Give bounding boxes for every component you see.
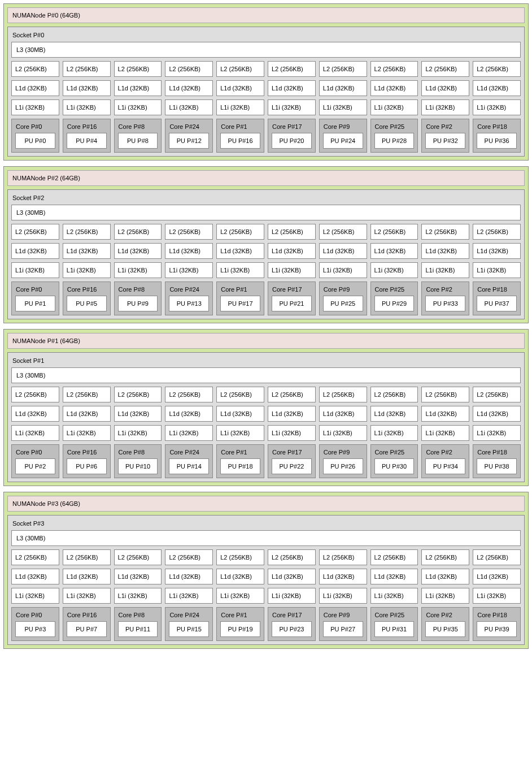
core-16: Core P#16PU P#6	[63, 444, 111, 478]
socket-label: Socket P#0	[11, 31, 521, 42]
l2-cache: L2 (256KB)	[473, 549, 521, 565]
core-label: Core P#9	[323, 611, 363, 621]
l1d-cache: L1d (32KB)	[421, 243, 469, 259]
l1d-cache: L1d (32KB)	[268, 406, 316, 422]
core-9: Core P#9PU P#27	[319, 607, 367, 641]
core-label: Core P#2	[425, 123, 465, 133]
pu-11: PU P#11	[118, 621, 158, 637]
pu-27: PU P#27	[323, 621, 363, 637]
pu-21: PU P#21	[272, 296, 312, 311]
pu-19: PU P#19	[220, 621, 260, 637]
l2-cache: L2 (256KB)	[370, 387, 418, 402]
core-label: Core P#25	[374, 123, 415, 133]
l1i-cache: L1i (32KB)	[421, 425, 469, 441]
core-17: Core P#17PU P#21	[268, 281, 316, 315]
core-18: Core P#18PU P#36	[473, 119, 521, 153]
core-label: Core P#8	[118, 123, 158, 133]
pu-3: PU P#3	[15, 621, 55, 637]
core-25: Core P#25PU P#28	[370, 119, 418, 153]
l2-cache: L2 (256KB)	[473, 224, 521, 240]
l1i-cache: L1i (32KB)	[63, 262, 111, 278]
pu-32: PU P#32	[425, 133, 465, 149]
core-17: Core P#17PU P#22	[268, 444, 316, 478]
l3-cache: L3 (30MB)	[11, 42, 521, 58]
core-label: Core P#16	[67, 123, 107, 133]
core-label: Core P#1	[220, 285, 260, 296]
l1d-row: L1d (32KB)L1d (32KB)L1d (32KB)L1d (32KB)…	[11, 243, 521, 259]
l2-cache: L2 (256KB)	[319, 549, 367, 565]
core-label: Core P#8	[118, 448, 158, 458]
l1i-row: L1i (32KB)L1i (32KB)L1i (32KB)L1i (32KB)…	[11, 262, 521, 278]
core-label: Core P#18	[477, 123, 517, 133]
l1i-cache: L1i (32KB)	[370, 99, 418, 115]
pu-4: PU P#4	[67, 133, 107, 149]
pu-36: PU P#36	[477, 133, 517, 149]
l2-cache: L2 (256KB)	[216, 387, 264, 402]
l2-cache: L2 (256KB)	[216, 61, 264, 77]
l1i-cache: L1i (32KB)	[268, 99, 316, 115]
l1i-cache: L1i (32KB)	[370, 262, 418, 278]
pu-14: PU P#14	[169, 458, 209, 474]
l2-cache: L2 (256KB)	[11, 224, 59, 240]
l1i-cache: L1i (32KB)	[216, 262, 264, 278]
l1i-cache: L1i (32KB)	[114, 262, 162, 278]
l2-cache: L2 (256KB)	[319, 224, 367, 240]
l3-cache: L3 (30MB)	[11, 205, 521, 220]
l1i-row: L1i (32KB)L1i (32KB)L1i (32KB)L1i (32KB)…	[11, 588, 521, 604]
l2-cache: L2 (256KB)	[165, 224, 213, 240]
l1d-cache: L1d (32KB)	[319, 80, 367, 96]
pu-5: PU P#5	[67, 296, 107, 311]
numa-node-0: NUMANode P#0 (64GB)Socket P#0L3 (30MB)L2…	[3, 3, 529, 161]
l2-cache: L2 (256KB)	[421, 224, 469, 240]
l1d-cache: L1d (32KB)	[319, 569, 367, 584]
numa-header: NUMANode P#0 (64GB)	[7, 7, 525, 23]
l1d-cache: L1d (32KB)	[11, 569, 59, 584]
core-24: Core P#24PU P#14	[165, 444, 213, 478]
l1d-cache: L1d (32KB)	[216, 80, 264, 96]
l1i-cache: L1i (32KB)	[319, 588, 367, 604]
numa-node-3: NUMANode P#3 (64GB)Socket P#3L3 (30MB)L2…	[3, 492, 529, 649]
core-8: Core P#8PU P#8	[114, 119, 162, 153]
l1d-row: L1d (32KB)L1d (32KB)L1d (32KB)L1d (32KB)…	[11, 569, 521, 584]
pu-24: PU P#24	[323, 133, 363, 149]
l2-cache: L2 (256KB)	[63, 387, 111, 402]
core-17: Core P#17PU P#23	[268, 607, 316, 641]
l1d-cache: L1d (32KB)	[63, 406, 111, 422]
l1i-cache: L1i (32KB)	[114, 425, 162, 441]
pu-30: PU P#30	[374, 458, 415, 474]
core-24: Core P#24PU P#12	[165, 119, 213, 153]
core-0: Core P#0PU P#2	[11, 444, 59, 478]
core-18: Core P#18PU P#38	[473, 444, 521, 478]
l1i-cache: L1i (32KB)	[421, 588, 469, 604]
l1i-cache: L1i (32KB)	[165, 588, 213, 604]
l2-cache: L2 (256KB)	[473, 387, 521, 402]
core-label: Core P#16	[67, 448, 107, 458]
socket-label: Socket P#3	[11, 519, 521, 530]
core-label: Core P#17	[272, 611, 312, 621]
l1i-cache: L1i (32KB)	[165, 425, 213, 441]
core-label: Core P#9	[323, 285, 363, 296]
l1i-cache: L1i (32KB)	[216, 99, 264, 115]
l2-cache: L2 (256KB)	[421, 387, 469, 402]
l1i-cache: L1i (32KB)	[165, 262, 213, 278]
core-1: Core P#1PU P#19	[216, 607, 264, 641]
core-label: Core P#24	[169, 285, 209, 296]
core-9: Core P#9PU P#25	[319, 281, 367, 315]
l2-row: L2 (256KB)L2 (256KB)L2 (256KB)L2 (256KB)…	[11, 61, 521, 77]
pu-18: PU P#18	[220, 458, 260, 474]
core-row: Core P#0PU P#2Core P#16PU P#6Core P#8PU …	[11, 444, 521, 478]
l2-cache: L2 (256KB)	[63, 224, 111, 240]
pu-31: PU P#31	[374, 621, 415, 637]
pu-34: PU P#34	[425, 458, 465, 474]
core-label: Core P#25	[374, 285, 415, 296]
core-1: Core P#1PU P#18	[216, 444, 264, 478]
l1i-cache: L1i (32KB)	[11, 425, 59, 441]
pu-26: PU P#26	[323, 458, 363, 474]
l1d-cache: L1d (32KB)	[421, 80, 469, 96]
l2-cache: L2 (256KB)	[11, 61, 59, 77]
core-25: Core P#25PU P#29	[370, 281, 418, 315]
l2-cache: L2 (256KB)	[319, 61, 367, 77]
pu-13: PU P#13	[169, 296, 209, 311]
core-label: Core P#0	[15, 285, 55, 296]
l1d-cache: L1d (32KB)	[11, 406, 59, 422]
